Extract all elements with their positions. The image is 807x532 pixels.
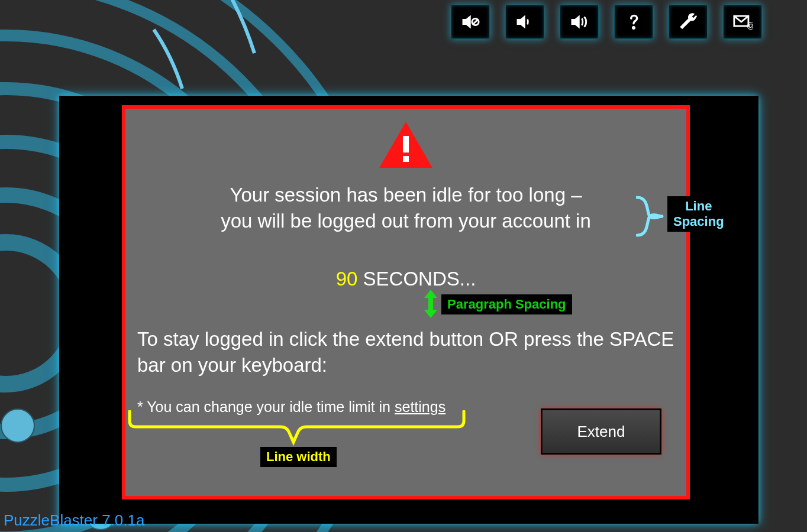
help-button[interactable] xyxy=(614,5,653,39)
idle-message: Your session has been idle for too long … xyxy=(125,182,686,234)
volume-low-button[interactable] xyxy=(505,5,544,39)
countdown-unit: SECONDS... xyxy=(363,268,476,290)
warning-icon xyxy=(378,121,434,169)
svg-text:@: @ xyxy=(747,21,753,30)
email-icon: @ xyxy=(732,12,753,32)
speaker-high-icon xyxy=(569,12,589,32)
session-dialog: Your session has been idle for too long … xyxy=(122,105,690,499)
mute-button[interactable] xyxy=(451,5,490,39)
volume-high-button[interactable] xyxy=(560,5,599,39)
countdown-value: 90 xyxy=(336,268,358,290)
settings-link[interactable]: settings xyxy=(395,398,446,415)
idle-message-line1: Your session has been idle for too long … xyxy=(230,184,582,206)
contact-button[interactable]: @ xyxy=(723,5,762,39)
extend-button[interactable]: Extend xyxy=(542,410,660,453)
settings-button[interactable] xyxy=(669,5,708,39)
countdown: 90 SECONDS... xyxy=(125,267,686,291)
footnote: * You can change your idle time limit in… xyxy=(137,398,446,416)
svg-rect-16 xyxy=(403,136,409,153)
idle-message-line2: you will be logged out from your account… xyxy=(221,210,591,232)
session-dialog-frame: Your session has been idle for too long … xyxy=(59,96,758,524)
speaker-low-icon xyxy=(515,12,535,32)
question-icon xyxy=(624,12,644,32)
svg-point-12 xyxy=(632,27,635,30)
svg-point-7 xyxy=(1,409,34,442)
wrench-icon xyxy=(678,12,698,32)
svg-line-11 xyxy=(473,20,478,25)
footnote-text: * You can change your idle time limit in xyxy=(137,398,395,415)
version-label: PuzzleBlaster 7.0.1a xyxy=(4,511,144,530)
toolbar: @ xyxy=(451,5,762,39)
svg-rect-17 xyxy=(403,156,409,162)
stay-instruction: To stay logged in click the extend butto… xyxy=(137,326,674,378)
speaker-mute-icon xyxy=(460,12,480,32)
